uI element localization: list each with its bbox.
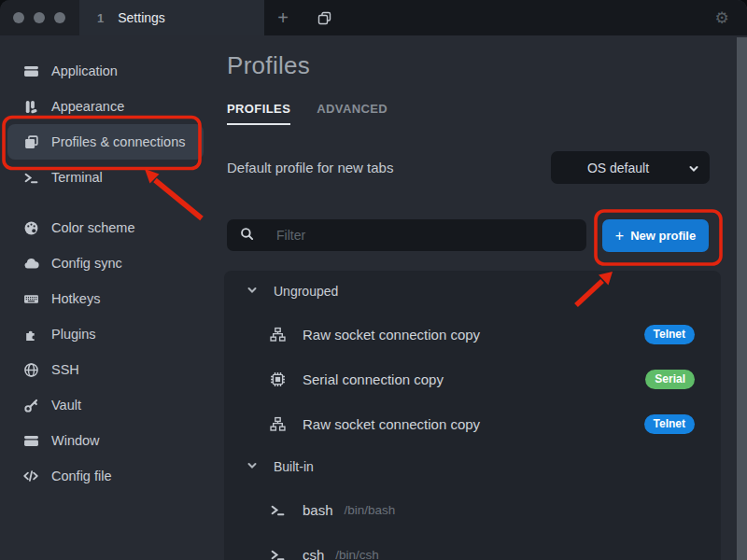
window-control-dot[interactable] <box>54 12 65 23</box>
sidebar-item-appearance[interactable]: Appearance <box>7 89 204 124</box>
window-controls[interactable] <box>0 0 79 35</box>
sidebar-item-label: Plugins <box>51 327 96 342</box>
profile-row[interactable]: Raw socket connection copy Telnet <box>224 401 721 446</box>
chip-icon <box>269 371 286 387</box>
sidebar-item-label: Application <box>51 63 118 78</box>
profile-row[interactable]: bash /bin/bash <box>224 487 721 532</box>
sidebar-item-window[interactable]: Window <box>7 423 204 458</box>
default-profile-label: Default profile for new tabs <box>227 160 393 175</box>
profiles-windows-icon <box>22 133 39 150</box>
group-name: Built-in <box>274 459 314 474</box>
profile-filter <box>227 219 586 251</box>
group-header-ungrouped[interactable]: Ungrouped <box>224 271 721 312</box>
sidebar-item-label: Vault <box>51 398 81 413</box>
window-icon <box>22 432 39 449</box>
settings-gear-button[interactable]: ⚙ <box>709 0 735 35</box>
tab-title: Settings <box>118 10 165 25</box>
overlapping-windows-icon <box>316 9 332 26</box>
terminal-prompt-icon <box>269 547 286 560</box>
puzzle-icon <box>22 326 39 343</box>
sidebar-item-plugins[interactable]: Plugins <box>7 316 204 352</box>
default-profile-select[interactable]: OS default <box>551 151 710 184</box>
globe-icon <box>22 361 39 378</box>
title-bar: 1 Settings + ⚙ <box>0 0 747 35</box>
profile-type-badge: Telnet <box>644 414 695 434</box>
tab-settings[interactable]: 1 Settings <box>79 0 264 35</box>
sidebar-item-label: Profiles & connections <box>51 134 185 149</box>
sidebar-item-label: SSH <box>51 362 79 377</box>
profile-type-badge: Serial <box>645 370 695 389</box>
sidebar-item-ssh[interactable]: SSH <box>7 352 204 387</box>
chevron-down-icon <box>247 284 258 299</box>
sidebar-item-terminal[interactable]: Terminal <box>7 160 204 195</box>
terminal-prompt-icon <box>22 169 39 186</box>
sidebar-item-application[interactable]: Application <box>7 53 204 89</box>
group-header-built-in[interactable]: Built-in <box>224 446 721 487</box>
sidebar-item-label: Hotkeys <box>51 291 100 306</box>
filter-input[interactable] <box>275 227 540 244</box>
window-control-dot[interactable] <box>34 12 45 23</box>
profile-name: Raw socket connection copy <box>303 327 480 343</box>
profile-path: /bin/csh <box>335 548 379 560</box>
palette-icon <box>22 219 39 236</box>
sidebar-item-hotkeys[interactable]: Hotkeys <box>7 281 204 316</box>
profile-name: Raw socket connection copy <box>303 416 480 432</box>
new-tab-button[interactable]: + <box>271 0 295 35</box>
sidebar-group-gap <box>0 195 217 210</box>
profile-row[interactable]: Raw socket connection copy Telnet <box>224 312 721 357</box>
tab-advanced[interactable]: ADVANCED <box>317 102 388 125</box>
chevron-down-icon <box>688 162 699 177</box>
tab-index: 1 <box>97 11 104 25</box>
profile-name: bash <box>303 502 333 518</box>
sidebar-item-config-file[interactable]: Config file <box>7 458 204 494</box>
sidebar-item-label: Terminal <box>51 170 103 185</box>
chevron-down-icon <box>247 459 258 474</box>
sidebar-item-label: Color scheme <box>51 220 134 235</box>
profile-row[interactable]: csh /bin/csh <box>224 532 721 560</box>
page-title: Profiles <box>227 51 310 80</box>
sidebar-item-label: Config sync <box>51 256 122 271</box>
settings-window: 1 Settings + ⚙ Application <box>0 0 747 560</box>
sitemap-icon <box>269 416 286 432</box>
group-name: Ungrouped <box>274 284 338 299</box>
duplicate-tab-button[interactable] <box>312 0 336 35</box>
settings-sidebar: Application Appearance Profiles & connec… <box>0 35 217 560</box>
new-profile-button[interactable]: + New profile <box>602 219 709 252</box>
profile-name: Serial connection copy <box>303 371 444 387</box>
gear-icon: ⚙ <box>714 8 728 28</box>
tab-profiles[interactable]: PROFILES <box>227 102 290 125</box>
profile-list: Ungrouped Raw socket connection copy Tel… <box>224 271 721 560</box>
profile-path: /bin/bash <box>345 503 396 517</box>
keyboard-icon <box>22 290 39 307</box>
code-icon <box>22 468 39 484</box>
new-profile-button-label: New profile <box>630 229 696 243</box>
sidebar-item-config-sync[interactable]: Config sync <box>7 245 204 281</box>
plus-icon: + <box>277 7 289 29</box>
appearance-swatch-icon <box>22 98 39 115</box>
sidebar-item-label: Config file <box>51 469 111 483</box>
sitemap-icon <box>269 327 286 343</box>
sidebar-item-label: Window <box>51 433 100 448</box>
cloud-icon <box>22 255 39 272</box>
sidebar-item-vault[interactable]: Vault <box>7 387 204 423</box>
default-profile-value: OS default <box>587 161 649 175</box>
plus-icon: + <box>615 229 624 244</box>
sidebar-item-color-scheme[interactable]: Color scheme <box>7 210 204 245</box>
sidebar-item-label: Appearance <box>51 99 124 114</box>
profile-type-badge: Telnet <box>644 325 695 344</box>
profile-name: csh <box>303 547 324 560</box>
terminal-prompt-icon <box>269 502 286 518</box>
search-icon <box>240 227 254 245</box>
profile-row[interactable]: Serial connection copy Serial <box>224 357 721 401</box>
vertical-scrollbar[interactable] <box>737 37 747 560</box>
application-window-icon <box>22 63 39 79</box>
key-icon <box>22 397 39 413</box>
profiles-tab-bar: PROFILES ADVANCED <box>227 102 388 125</box>
window-control-dot[interactable] <box>13 12 24 23</box>
sidebar-item-profiles-connections[interactable]: Profiles & connections <box>7 124 204 160</box>
